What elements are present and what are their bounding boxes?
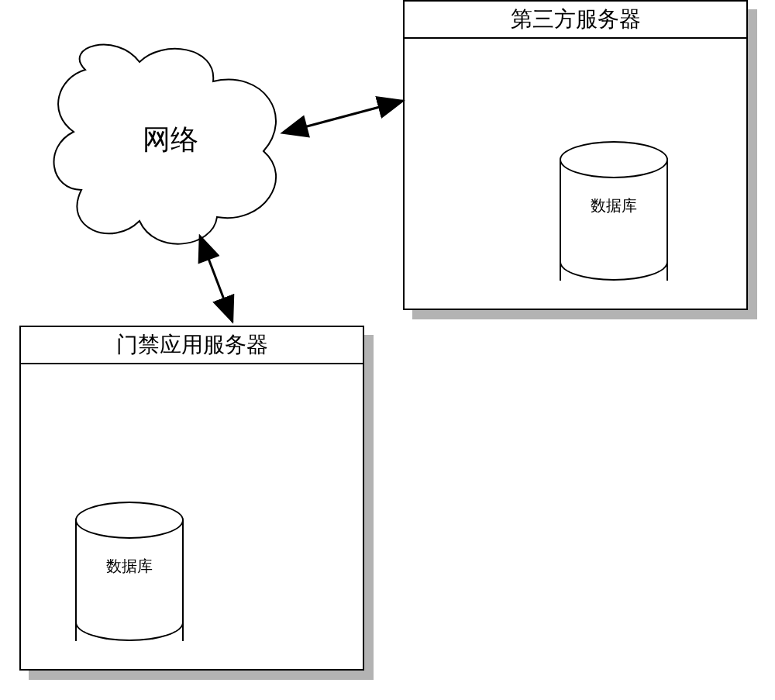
server-box: 第三方服务器 数据库	[403, 0, 748, 310]
server-box: 门禁应用服务器 数据库	[19, 326, 364, 671]
database-cylinder: 数据库	[75, 502, 184, 641]
server-title: 第三方服务器	[405, 2, 746, 39]
db-top	[75, 502, 184, 539]
db-label: 数据库	[560, 195, 668, 216]
db-bottom	[75, 604, 184, 641]
server-thirdparty: 第三方服务器 数据库	[403, 0, 748, 310]
db-bottom	[560, 243, 668, 281]
svg-line-0	[287, 101, 403, 132]
network-cloud: 网络	[39, 23, 302, 256]
db-label: 数据库	[75, 556, 184, 577]
diagram-canvas: 网络 第三方服务器 数据库 门禁应用服务器 数据库	[0, 0, 775, 700]
server-access-application: 门禁应用服务器 数据库	[19, 326, 364, 671]
db-top	[560, 141, 668, 178]
database-cylinder: 数据库	[560, 141, 668, 281]
server-title: 门禁应用服务器	[21, 327, 363, 364]
